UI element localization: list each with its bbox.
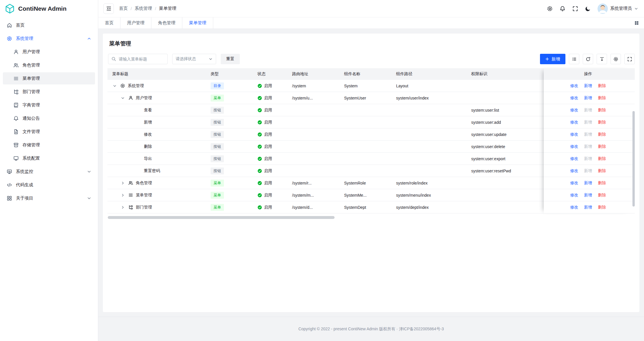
sidebar-item-code-generation[interactable]: 代码生成	[3, 179, 95, 191]
add-link[interactable]: 新增	[584, 180, 592, 186]
vertical-scrollbar-thumb[interactable]	[632, 111, 635, 207]
tab-user-management[interactable]: 用户管理	[120, 17, 151, 29]
sidebar-item-system-config[interactable]: 系统配置	[3, 152, 95, 164]
edit-link[interactable]: 修改	[570, 205, 578, 210]
breadcrumb-home[interactable]: 首页	[119, 6, 128, 11]
sidebar-item-file-management[interactable]: 文件管理	[3, 126, 95, 138]
add-button[interactable]: 新增	[540, 54, 565, 64]
status-label: 启用	[264, 193, 272, 198]
add-link[interactable]: 新增	[584, 83, 592, 89]
sidebar-item-user-management[interactable]: 用户管理	[3, 46, 95, 58]
reset-button[interactable]: 重置	[221, 54, 240, 64]
refresh-button[interactable]	[583, 54, 593, 64]
chevron-right-icon[interactable]	[121, 205, 128, 209]
storage-icon	[13, 142, 19, 148]
horizontal-scrollbar-thumb[interactable]	[108, 216, 335, 219]
edit-link[interactable]: 修改	[570, 193, 578, 198]
edit-link[interactable]: 修改	[570, 180, 578, 186]
apps-icon	[7, 196, 12, 201]
chevron-right-icon[interactable]	[121, 193, 128, 197]
tab-role-management[interactable]: 角色管理	[151, 17, 182, 29]
check-circle-icon	[257, 132, 262, 137]
user-menu[interactable]: 系统管理员	[597, 3, 638, 14]
sidebar-item-menu-management[interactable]: 菜单管理	[3, 72, 95, 84]
add-link[interactable]: 新增	[584, 95, 592, 101]
cell-component: SystemDept	[339, 205, 391, 210]
type-badge: 按钮	[211, 131, 224, 138]
tab-menu-management[interactable]: 菜单管理	[182, 17, 213, 29]
add-link[interactable]: 新增	[584, 193, 592, 198]
check-circle-icon	[257, 193, 262, 198]
menu-fold-icon	[106, 6, 112, 11]
sidebar-item-system-management[interactable]: 系统管理	[3, 32, 95, 45]
delete-link[interactable]: 删除	[598, 193, 606, 198]
edit-link[interactable]: 修改	[570, 168, 578, 174]
delete-link[interactable]: 删除	[598, 95, 606, 101]
edit-link[interactable]: 修改	[570, 132, 578, 137]
delete-link[interactable]: 删除	[598, 120, 606, 125]
tree-cell: 重置密码	[107, 168, 206, 174]
dark-mode-button[interactable]	[582, 3, 593, 14]
cell-component: SystemUser	[339, 96, 391, 100]
delete-link[interactable]: 删除	[598, 180, 606, 186]
search-input[interactable]	[108, 54, 168, 64]
sidebar-item-system-monitor[interactable]: 系统监控	[3, 165, 95, 178]
status-badge: 启用	[257, 108, 283, 113]
delete-link[interactable]: 删除	[598, 83, 606, 89]
chevron-right-icon[interactable]	[121, 181, 128, 185]
edit-link[interactable]: 修改	[570, 108, 578, 113]
cell-path: system/user/index	[391, 96, 467, 100]
status-label: 启用	[264, 132, 272, 137]
add-link[interactable]: 新增	[584, 205, 592, 210]
column-header-ops: 操作	[544, 68, 632, 80]
table-row-actions: 修改 新增 删除	[544, 153, 632, 165]
table-row-actions: 修改 新增 删除	[544, 104, 632, 116]
edit-link[interactable]: 修改	[570, 95, 578, 101]
delete-link[interactable]: 删除	[598, 168, 606, 174]
tab-actions-button[interactable]	[629, 17, 644, 29]
breadcrumb-system[interactable]: 系统管理	[135, 6, 152, 11]
delete-link[interactable]: 删除	[598, 108, 606, 113]
column-settings-button[interactable]	[610, 54, 621, 64]
status-badge: 启用	[257, 83, 283, 89]
settings-button[interactable]	[544, 3, 555, 14]
edit-link[interactable]: 修改	[570, 120, 578, 125]
status-label: 启用	[264, 108, 272, 113]
sidebar-item-dict-management[interactable]: 字典管理	[3, 99, 95, 111]
row-height-button[interactable]	[597, 54, 607, 64]
row-title: 部门管理	[136, 205, 152, 210]
gear-icon	[613, 57, 618, 62]
type-badge: 按钮	[211, 119, 224, 126]
table-row-actions: 修改 新增 删除	[544, 116, 632, 128]
sidebar-item-role-management[interactable]: 角色管理	[3, 59, 95, 71]
edit-link[interactable]: 修改	[570, 144, 578, 149]
sidebar-item-dept-management[interactable]: 部门管理	[3, 86, 95, 98]
chevron-down-icon[interactable]	[113, 84, 120, 88]
fullscreen-button[interactable]	[570, 3, 581, 14]
check-circle-icon	[257, 205, 262, 210]
toolbar: 请选择状态 重置 新增	[108, 54, 635, 64]
delete-link[interactable]: 删除	[598, 144, 606, 149]
tab-home[interactable]: 首页	[98, 17, 120, 29]
sidebar-item-storage-management[interactable]: 存储管理	[3, 139, 95, 151]
edit-link[interactable]: 修改	[570, 83, 578, 89]
tree-cell: 删除	[107, 144, 206, 149]
status-select[interactable]: 请选择状态	[172, 54, 216, 64]
sidebar-item-notice[interactable]: 通知公告	[3, 112, 95, 124]
edit-link[interactable]: 修改	[570, 156, 578, 161]
delete-link[interactable]: 删除	[598, 132, 606, 137]
notification-button[interactable]	[557, 3, 568, 14]
delete-link[interactable]: 删除	[598, 156, 606, 161]
topbar: 首页 / 系统管理 / 菜单管理	[98, 0, 644, 17]
sidebar-collapse-button[interactable]	[103, 3, 114, 14]
list-view-button[interactable]	[569, 54, 579, 64]
sidebar-item-about[interactable]: 关于项目	[3, 192, 95, 204]
table-fullscreen-button[interactable]	[624, 54, 635, 64]
cell-component: SystemMe...	[339, 193, 391, 198]
status-badge: 启用	[257, 132, 283, 137]
topbar-actions: 系统管理员	[544, 3, 638, 14]
delete-link[interactable]: 删除	[598, 205, 606, 210]
chevron-down-icon[interactable]	[121, 96, 128, 100]
sidebar-item-home[interactable]: 首页	[3, 19, 95, 31]
search-icon	[111, 56, 116, 61]
